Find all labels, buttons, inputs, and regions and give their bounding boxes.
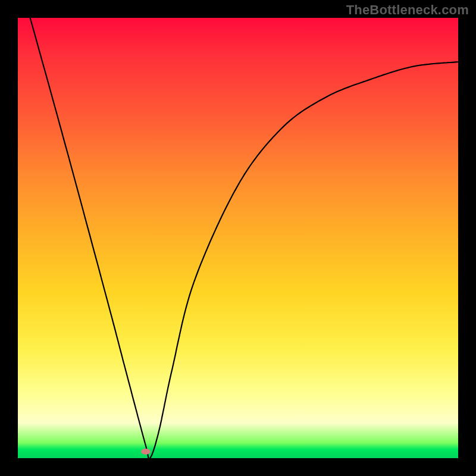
bottleneck-curve-line: [18, 0, 458, 459]
minimum-marker: [141, 449, 151, 455]
plot-area: [18, 18, 458, 458]
curve-svg: [18, 18, 458, 458]
chart-frame: TheBottleneck.com: [0, 0, 476, 476]
watermark-text: TheBottleneck.com: [346, 2, 469, 18]
